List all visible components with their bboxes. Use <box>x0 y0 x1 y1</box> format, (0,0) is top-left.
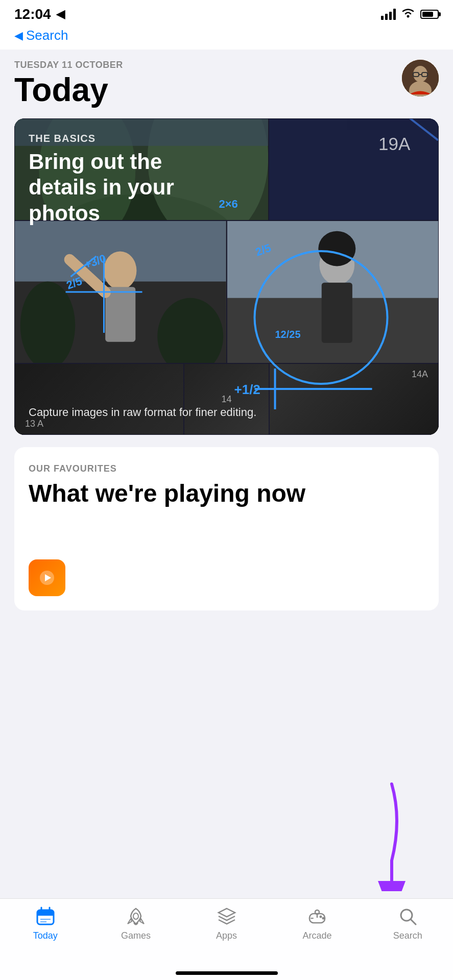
card-label: THE BASICS <box>29 133 96 144</box>
arcade-icon <box>307 906 327 926</box>
tab-today-label: Today <box>33 930 58 941</box>
svg-rect-4 <box>402 60 439 96</box>
games-icon <box>126 906 146 926</box>
status-bar: 12:04 ◀ <box>0 0 453 24</box>
svg-rect-47 <box>37 913 54 916</box>
page-title: Today <box>14 74 123 106</box>
svg-point-56 <box>322 917 324 920</box>
svg-point-20 <box>104 251 136 289</box>
second-card-title: What we're playing now <box>29 479 424 507</box>
signal-bars <box>381 9 396 20</box>
today-icon <box>35 906 56 926</box>
feature-card[interactable]: 19A <box>14 118 439 435</box>
status-icons <box>381 7 439 21</box>
card-description: Capture images in raw format for finer e… <box>29 405 424 421</box>
tab-bar: Today Games Apps <box>0 898 453 980</box>
svg-point-0 <box>407 15 410 18</box>
apps-icon <box>217 906 237 926</box>
svg-rect-13 <box>269 119 438 220</box>
home-indicator <box>176 971 278 975</box>
tab-arcade[interactable]: Arcade <box>272 905 362 941</box>
location-icon: ◀ <box>56 8 65 21</box>
wifi-icon <box>401 7 415 21</box>
tab-games-label: Games <box>121 930 151 941</box>
status-time: 12:04 ◀ <box>14 6 65 22</box>
second-card[interactable]: OUR FAVOURITES What we're playing now <box>14 447 439 610</box>
tab-search-label: Search <box>393 930 422 941</box>
tab-games[interactable]: Games <box>90 905 181 941</box>
back-navigation[interactable]: ◀ Search <box>0 24 453 50</box>
back-label[interactable]: Search <box>26 28 68 43</box>
date-label: TUESDAY 11 OCTOBER <box>14 60 123 70</box>
avatar-image <box>402 60 439 96</box>
tab-apps-label: Apps <box>216 930 237 941</box>
card-image-area: 19A <box>14 118 439 435</box>
page-header: TUESDAY 11 OCTOBER Today <box>14 60 439 106</box>
avatar[interactable] <box>402 60 439 96</box>
svg-rect-28 <box>321 283 352 343</box>
svg-line-60 <box>411 919 416 924</box>
second-card-label: OUR FAVOURITES <box>29 463 424 474</box>
tab-search[interactable]: Search <box>363 905 453 941</box>
search-icon <box>397 906 418 926</box>
tab-today[interactable]: Today <box>0 905 90 941</box>
battery-icon <box>420 10 439 19</box>
app-icons-row <box>29 559 65 596</box>
svg-text:19A: 19A <box>378 134 411 154</box>
tab-apps[interactable]: Apps <box>181 905 272 941</box>
card-title: Bring out the details in your photos <box>29 149 223 226</box>
tab-arcade-label: Arcade <box>302 930 331 941</box>
svg-point-55 <box>319 916 322 918</box>
back-chevron-icon: ◀ <box>14 29 23 42</box>
svg-point-52 <box>133 913 138 919</box>
svg-point-29 <box>318 231 355 266</box>
main-content: TUESDAY 11 OCTOBER Today <box>0 50 453 846</box>
app-icon-1 <box>29 559 65 596</box>
